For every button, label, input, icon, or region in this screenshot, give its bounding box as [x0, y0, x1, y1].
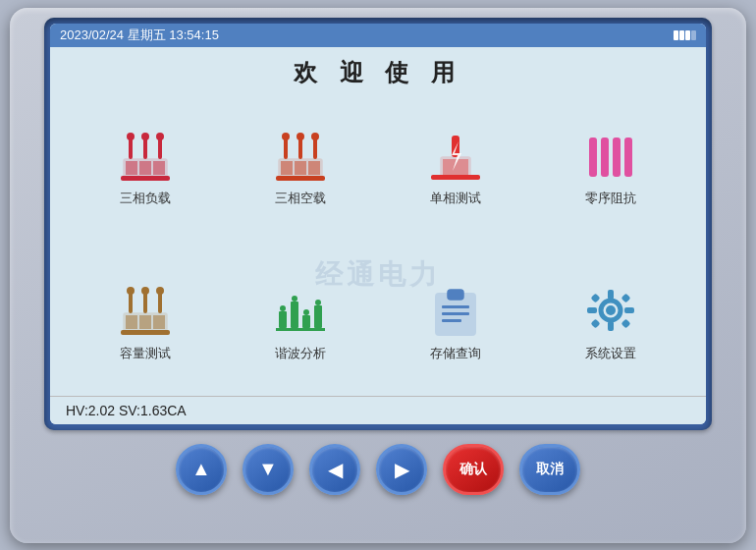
svg-rect-28: [601, 138, 609, 177]
svg-rect-41: [121, 330, 170, 335]
svg-point-50: [315, 300, 321, 305]
svg-rect-52: [448, 290, 463, 300]
svg-point-20: [311, 133, 319, 140]
screen-status-line: HV:2.02 SV:1.63CA: [50, 396, 706, 424]
capacity-test-icon: [111, 282, 180, 341]
three-phase-load-icon: [111, 127, 180, 186]
svg-rect-32: [126, 315, 137, 329]
svg-rect-54: [442, 312, 469, 315]
status-bar: 2023/02/24 星期五 13:54:15: [50, 24, 706, 47]
zero-seq-impedance-label: 零序阻抗: [585, 190, 636, 207]
zero-seq-impedance-icon: [576, 127, 645, 186]
icon-grid: 三相负载: [50, 94, 706, 396]
battery-bar-3: [685, 30, 690, 40]
svg-point-19: [297, 133, 304, 140]
screen: 2023/02/24 星期五 13:54:15 欢 迎 使 用: [50, 24, 706, 424]
battery-bar-4: [691, 30, 696, 40]
svg-rect-5: [143, 138, 147, 159]
svg-point-7: [127, 133, 135, 140]
three-phase-no-load-label: 三相空载: [275, 190, 326, 207]
svg-rect-15: [284, 138, 288, 159]
svg-rect-63: [621, 294, 631, 303]
svg-rect-10: [121, 176, 170, 181]
svg-rect-30: [624, 138, 632, 177]
single-phase-test-icon: [421, 127, 490, 186]
svg-rect-65: [621, 319, 631, 329]
svg-point-48: [292, 296, 297, 302]
svg-rect-12: [281, 161, 293, 175]
system-settings-icon: [576, 282, 645, 341]
svg-point-8: [141, 133, 149, 140]
svg-rect-60: [587, 307, 597, 313]
icon-harmonic-analysis[interactable]: 谐波分析: [225, 248, 376, 396]
svg-rect-21: [276, 176, 325, 181]
svg-rect-3: [153, 161, 165, 175]
svg-point-49: [303, 309, 309, 315]
confirm-button[interactable]: 确认: [443, 444, 504, 495]
icon-zero-seq-impedance[interactable]: 零序阻抗: [535, 94, 686, 242]
svg-rect-58: [608, 290, 614, 300]
cancel-button[interactable]: 取消: [519, 444, 580, 495]
svg-rect-1: [126, 161, 137, 175]
battery-icon: [674, 30, 696, 40]
svg-rect-44: [291, 302, 298, 328]
svg-rect-42: [276, 328, 325, 331]
icon-three-phase-no-load[interactable]: 三相空载: [225, 94, 376, 242]
screen-frame: 2023/02/24 星期五 13:54:15 欢 迎 使 用: [44, 18, 712, 430]
svg-rect-34: [153, 315, 165, 329]
datetime-label: 2023/02/24 星期五 13:54:15: [60, 27, 219, 44]
svg-rect-61: [624, 307, 634, 313]
svg-rect-36: [143, 292, 147, 313]
svg-rect-4: [129, 138, 133, 159]
left-button[interactable]: ◀: [309, 444, 360, 495]
three-phase-load-label: 三相负载: [120, 190, 171, 207]
right-button[interactable]: ▶: [376, 444, 427, 495]
svg-rect-14: [308, 161, 320, 175]
svg-rect-53: [442, 305, 469, 308]
device-body: 经通电力 2023/02/24 星期五 13:54:15 欢 迎 使 用: [10, 8, 746, 543]
svg-point-47: [280, 305, 286, 311]
svg-rect-2: [139, 161, 151, 175]
svg-point-9: [156, 133, 164, 140]
icon-storage-query[interactable]: 存储查询: [380, 248, 531, 396]
svg-rect-62: [591, 294, 601, 303]
svg-rect-59: [608, 321, 614, 331]
storage-query-icon: [421, 282, 490, 341]
up-button[interactable]: ▲: [176, 444, 227, 495]
svg-point-40: [156, 287, 164, 295]
storage-query-label: 存储查询: [430, 345, 481, 362]
down-button[interactable]: ▼: [243, 444, 294, 495]
svg-rect-27: [589, 138, 597, 177]
capacity-test-label: 容量测试: [120, 345, 171, 362]
svg-rect-46: [314, 305, 322, 328]
button-row: ▲ ▼ ◀ ▶ 确认 取消: [176, 444, 580, 495]
svg-rect-43: [279, 311, 287, 328]
battery-bar-1: [674, 30, 678, 40]
svg-rect-64: [591, 319, 601, 329]
svg-point-38: [127, 287, 135, 295]
icon-single-phase-test[interactable]: 单相测试: [380, 94, 531, 242]
svg-rect-35: [129, 292, 133, 313]
svg-point-57: [606, 305, 616, 315]
svg-rect-45: [302, 315, 310, 328]
harmonic-analysis-label: 谐波分析: [275, 345, 326, 362]
welcome-title: 欢 迎 使 用: [50, 47, 706, 94]
svg-rect-23: [443, 159, 468, 175]
icon-capacity-test[interactable]: 容量测试: [70, 248, 221, 396]
svg-rect-29: [613, 138, 621, 177]
icon-three-phase-load[interactable]: 三相负载: [70, 94, 221, 242]
battery-bar-2: [679, 30, 684, 40]
icon-system-settings[interactable]: 系统设置: [535, 248, 686, 396]
svg-point-39: [141, 287, 149, 295]
single-phase-test-label: 单相测试: [430, 190, 481, 207]
svg-rect-26: [431, 175, 480, 180]
svg-rect-33: [139, 315, 151, 329]
three-phase-no-load-icon: [266, 127, 335, 186]
harmonic-analysis-icon: [266, 282, 335, 341]
svg-rect-17: [313, 138, 317, 159]
svg-rect-6: [158, 138, 162, 159]
svg-rect-37: [158, 292, 162, 313]
svg-rect-16: [298, 138, 302, 159]
svg-point-18: [282, 133, 290, 140]
svg-rect-13: [295, 161, 306, 175]
